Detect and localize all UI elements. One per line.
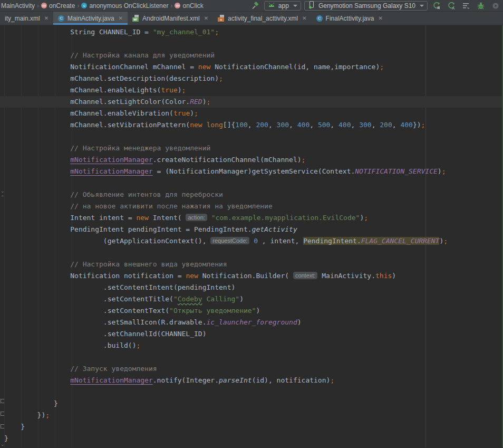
breadcrumb: MainActivity›monCreate›canonymous OnClic… xyxy=(1,2,204,9)
code-line[interactable] xyxy=(0,131,503,142)
build-hammer-icon[interactable] xyxy=(249,1,261,11)
breadcrumb-item[interactable]: monClick xyxy=(175,2,203,9)
code-token: .setContentIntent(pendingIntent) xyxy=(4,283,235,291)
code-line[interactable]: .build(); xyxy=(0,340,503,351)
code-token: ) xyxy=(239,295,244,303)
code-token: }) xyxy=(4,411,45,419)
code-token: (id), notification) xyxy=(252,376,331,384)
code-line[interactable]: mNotificationManager.createNotificationC… xyxy=(0,154,503,166)
code-line[interactable] xyxy=(0,351,503,363)
profiler-icon[interactable] xyxy=(490,1,501,11)
tab-label: AndroidManifest.xml xyxy=(142,15,200,22)
fold-marker-icon[interactable]: ⌄ xyxy=(1,189,5,193)
code-line[interactable]: } xyxy=(0,433,503,444)
breadcrumb-separator: › xyxy=(170,2,173,9)
code-token: new xyxy=(198,63,210,71)
fold-marker-icon[interactable]: ⌃ xyxy=(1,195,5,199)
device-selector[interactable]: Genymotion Samsung Galaxy S10 xyxy=(304,1,428,11)
apply-code-changes-icon[interactable]: A xyxy=(446,1,457,11)
module-selector[interactable]: app xyxy=(264,1,301,11)
java-class-icon: C xyxy=(58,15,64,22)
android-head-icon xyxy=(268,2,275,9)
code-line[interactable]: String CHANNEL_ID = "my_channel_01"; xyxy=(0,26,503,38)
code-line[interactable]: } xyxy=(0,398,503,409)
code-token: 400 xyxy=(400,121,412,129)
code-token: ; xyxy=(207,98,211,106)
close-tab-icon[interactable]: ✕ xyxy=(204,16,208,21)
tab-androidmanifest-xml[interactable]: MFAndroidManifest.xml✕ xyxy=(128,12,213,25)
parameter-hint: context: xyxy=(293,272,318,279)
code-area[interactable]: String CHANNEL_ID = "my_channel_01"; // … xyxy=(0,26,503,444)
code-line[interactable]: Notification notification = new Notifica… xyxy=(0,270,503,282)
tab-activity-final-acttivity-xml[interactable]: aactivity_final_acttivity.xml✕ xyxy=(213,12,312,25)
apply-changes-icon[interactable] xyxy=(431,1,442,11)
code-line[interactable]: .setContentIntent(pendingIntent) xyxy=(0,282,503,293)
code-token: 0 xyxy=(254,237,258,245)
code-token: mNotificationManager xyxy=(70,156,153,164)
code-token: "com.example.myapplication.EvilCode" xyxy=(211,214,360,222)
breadcrumb-item[interactable]: MainActivity xyxy=(1,2,35,9)
code-token: mChannel.enableLights( xyxy=(4,86,161,94)
code-token: ) xyxy=(392,272,396,280)
code-token: ; xyxy=(380,63,384,71)
code-editor[interactable]: String CHANNEL_ID = "my_channel_01"; // … xyxy=(0,25,503,447)
code-line[interactable]: .setContentTitle("Codeby Calling") xyxy=(0,293,503,305)
manifest-file-icon: MF xyxy=(132,15,139,22)
code-line[interactable]: Intent intent = new Intent( action: "com… xyxy=(0,212,503,224)
code-token: ; xyxy=(364,214,368,222)
debug-icon[interactable] xyxy=(475,1,487,11)
run-configurations-icon[interactable] xyxy=(460,1,472,11)
code-line[interactable]: mChannel.setDescription(description); xyxy=(0,73,503,84)
code-token: []{ xyxy=(223,121,235,129)
tab-mainactivity-java[interactable]: CMainActivity.java✕ xyxy=(53,12,128,25)
breadcrumb-item[interactable]: canonymous OnClickListener xyxy=(81,2,168,9)
code-token: 400 xyxy=(338,121,351,129)
breadcrumb-item[interactable]: monCreate xyxy=(41,2,75,9)
fold-marker-icon[interactable] xyxy=(1,424,4,428)
code-line[interactable]: mNotificationManager = (NotificationMana… xyxy=(0,166,503,177)
fold-marker-icon[interactable] xyxy=(1,399,4,403)
code-line[interactable]: mChannel.enableLights(true); xyxy=(0,84,503,96)
code-line[interactable]: } xyxy=(0,421,503,433)
code-line[interactable]: PendingIntent pendingIntent = PendingInt… xyxy=(0,224,503,235)
code-line[interactable]: mChannel.setVibrationPattern(new long[]{… xyxy=(0,119,503,131)
code-line[interactable]: .setChannelId(CHANNEL_ID) xyxy=(0,328,503,340)
code-line[interactable]: .setSmallIcon(R.drawable.ic_launcher_for… xyxy=(0,317,503,328)
code-line[interactable]: // Настройка менеджера уведомлений xyxy=(0,142,503,154)
code-line[interactable]: // Настройка канала для уведомлений xyxy=(0,50,503,61)
tab-finalacttivity-java[interactable]: CFinalActtivity.java✕ xyxy=(312,12,388,25)
close-tab-icon[interactable]: ✕ xyxy=(378,16,382,21)
close-tab-icon[interactable]: ✕ xyxy=(119,16,123,21)
code-token: ; xyxy=(443,237,448,245)
code-token: } xyxy=(4,399,58,407)
code-line[interactable]: // Обьявление интентов для переброски xyxy=(0,189,503,201)
code-line[interactable]: .setContentText("Открыть уведомление") xyxy=(0,305,503,317)
code-line[interactable]: }); xyxy=(0,409,503,421)
code-token: PendingIntent pendingIntent = PendingInt… xyxy=(4,225,252,233)
code-line[interactable] xyxy=(0,177,503,189)
code-line[interactable]: mNotificationManager.notify(Integer.pars… xyxy=(0,375,503,386)
code-line[interactable] xyxy=(0,386,503,398)
code-line[interactable]: (getApplicationContext(), requestCode: 0… xyxy=(0,235,503,247)
code-token: , intent, xyxy=(258,237,303,245)
fold-marker-icon[interactable] xyxy=(1,412,4,416)
code-line[interactable]: // на новое активити после нажатия на ув… xyxy=(0,201,503,212)
code-token: }) xyxy=(413,121,421,129)
code-line[interactable]: // Настройка внешнего вида уведомления xyxy=(0,259,503,270)
code-line[interactable]: NotificationChannel mChannel = new Notif… xyxy=(0,61,503,73)
code-token: ) xyxy=(438,167,442,175)
code-line[interactable] xyxy=(0,38,503,50)
code-line[interactable] xyxy=(0,247,503,259)
fold-marker-icon[interactable]: ⌄ xyxy=(1,442,5,446)
code-line[interactable]: mChannel.setLightColor(Color.RED); xyxy=(0,96,503,108)
code-token xyxy=(4,167,70,175)
close-tab-icon[interactable]: ✕ xyxy=(302,16,306,21)
close-tab-icon[interactable]: ✕ xyxy=(44,16,49,21)
code-token: true xyxy=(161,86,177,94)
tab-ity-main-xml[interactable]: ity_main.xml✕ xyxy=(0,12,53,25)
code-line[interactable]: // Запуск уведомления xyxy=(0,363,503,375)
code-token: // Настройка внешнего вида уведомления xyxy=(4,260,227,268)
code-token: NOTIFICATION_SERVICE xyxy=(355,167,438,175)
code-line[interactable]: mChannel.enableVibration(true); xyxy=(0,108,503,119)
code-token: ) xyxy=(256,307,260,314)
